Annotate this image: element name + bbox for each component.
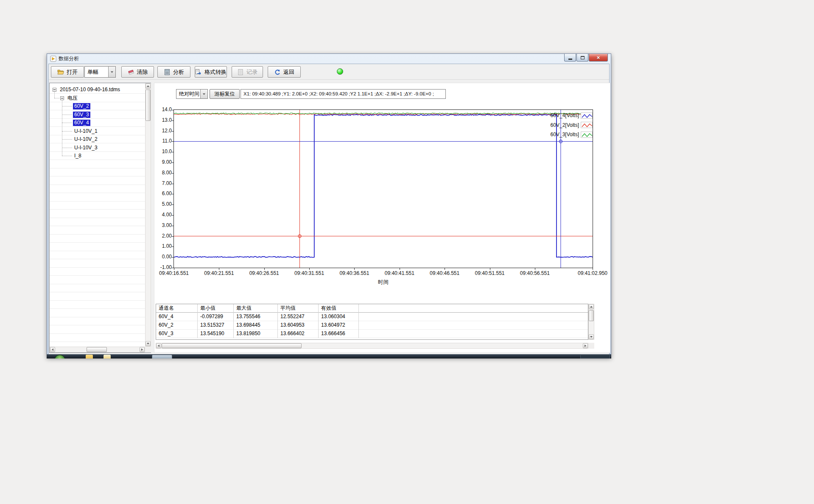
x-tick-label: 09:40:21.551 (200, 270, 238, 276)
scroll-right-button[interactable] (583, 343, 588, 348)
tree-collapse-icon[interactable] (53, 88, 56, 92)
tree-item-60V_3[interactable]: 60V_3 (50, 111, 145, 119)
y-tick-label: 3.00 (154, 222, 172, 228)
x-tick-label: 09:40:41.551 (381, 270, 418, 276)
scrollbar-thumb[interactable] (145, 90, 151, 121)
y-tick-mark (172, 141, 173, 142)
y-tick-label: 14.0 (154, 106, 172, 112)
cursor-readout-field[interactable]: X1: 09:40:30.489 ;Y1: 2.0E+0 ;X2: 09:40:… (241, 89, 446, 99)
scrollbar-corner (588, 343, 594, 349)
y-tick-mark (172, 257, 173, 258)
legend-item-60V_4[interactable]: 60V_4[Volts] (532, 111, 593, 120)
stats-col-header: 最小值 (198, 304, 234, 313)
tree-item-2015-07-10 09-40-16.tdms[interactable]: 2015-07-10 09-40-16.tdms (50, 86, 145, 94)
taskbar[interactable] (47, 354, 611, 358)
table-vertical-scrollbar[interactable] (588, 304, 594, 340)
tree-item-60V_4[interactable]: 60V_4 (50, 119, 145, 127)
chevron-down-icon[interactable] (200, 90, 207, 98)
x-tick-label: 09:40:31.551 (291, 270, 328, 276)
tree-horizontal-scrollbar[interactable] (50, 347, 145, 353)
stats-cell: -0.097289 (198, 313, 234, 321)
y-tick-mark (172, 173, 173, 174)
arrow-down-icon (147, 343, 149, 344)
time-mode-dropdown[interactable]: 绝对时间 (176, 89, 208, 99)
x-tick-label: 09:40:26.551 (246, 270, 283, 276)
taskbar-window-button[interactable] (152, 355, 172, 358)
scroll-left-button[interactable] (50, 347, 55, 352)
titlebar[interactable]: 数据分析 (47, 54, 611, 64)
stats-cell: 13.755546 (234, 313, 278, 321)
back-button[interactable]: 返回 (268, 66, 301, 78)
scroll-up-button[interactable] (145, 84, 151, 89)
series-60V_3 (174, 113, 593, 114)
y-tick-label: -1.00 (154, 264, 172, 270)
legend-line-sample-icon[interactable] (581, 122, 593, 128)
stats-cell: 13.515327 (198, 321, 234, 330)
arrow-down-icon (590, 336, 593, 338)
y-tick-label: 13.0 (154, 117, 172, 123)
scroll-up-button[interactable] (589, 304, 594, 309)
scrollbar-thumb[interactable] (87, 347, 107, 352)
table-row[interactable]: 60V_313.54519013.81985013.66640213.66645… (156, 330, 588, 338)
legend-item-60V_2[interactable]: 60V_2[Volts] (532, 120, 593, 130)
minimize-icon (568, 59, 572, 60)
tree-item-U-I-10V_1[interactable]: U-I-10V_1 (50, 127, 145, 135)
clear-button[interactable]: 清除 (121, 66, 154, 78)
back-label: 返回 (283, 68, 294, 76)
scroll-left-button[interactable] (156, 343, 161, 348)
clear-label: 清除 (137, 68, 148, 76)
legend-line-sample-icon[interactable] (581, 112, 593, 119)
stats-cell: 13.604953 (278, 321, 319, 330)
display-mode-dropdown[interactable]: 单幅 (84, 66, 116, 78)
y-tick-label: 10.0 (154, 148, 172, 154)
tree-vertical-scrollbar[interactable] (145, 83, 151, 347)
record-icon (237, 69, 244, 76)
close-button[interactable]: × (589, 54, 608, 62)
arrow-left-icon (158, 344, 159, 347)
tree-item-I_8[interactable]: I_8 (50, 152, 145, 160)
analyze-button[interactable]: 分析 (157, 66, 190, 78)
analysis-panel: 绝对时间 游标复位 X1: 09:40:30.489 ;Y1: 2.0E+0 ;… (154, 83, 610, 353)
legend-line-sample-icon[interactable] (581, 132, 593, 138)
chart-plot-area[interactable] (173, 109, 593, 268)
stats-col-header: 有效值 (319, 304, 359, 313)
tree-item-label: 60V_4 (73, 120, 90, 126)
cursor-reset-button[interactable]: 游标复位 (210, 89, 240, 99)
tree-item-U-I-10V_3[interactable]: U-I-10V_3 (50, 144, 145, 152)
taskbar-app-icon[interactable] (103, 355, 111, 358)
tree-item-60V_2[interactable]: 60V_2 (50, 102, 145, 110)
taskbar-folder-icon[interactable] (86, 355, 93, 358)
undo-arrow-icon (274, 69, 281, 76)
scroll-down-button[interactable] (145, 341, 151, 346)
table-row[interactable]: 60V_4-0.09728913.75554612.55224713.06030… (156, 313, 588, 321)
minimize-button[interactable] (564, 54, 576, 62)
y-tick-label: 2.00 (154, 233, 172, 239)
legend-item-60V_3[interactable]: 60V_3[Volts] (532, 130, 593, 140)
stats-cell: 13.545190 (198, 330, 234, 338)
open-button[interactable]: 打开 (51, 66, 84, 78)
y-tick-label: 1.00 (154, 243, 172, 249)
tree-collapse-icon[interactable] (60, 96, 64, 100)
chevron-down-icon[interactable] (108, 67, 115, 77)
taskbar-tray[interactable] (580, 355, 610, 358)
scrollbar-thumb[interactable] (162, 343, 302, 348)
channel-tree: 2015-07-10 09-40-16.tdms电压60V_260V_360V_… (50, 83, 145, 347)
scroll-down-button[interactable] (589, 334, 594, 339)
tree-item-U-I-10V_2[interactable]: U-I-10V_2 (50, 135, 145, 143)
scrollbar-thumb[interactable] (589, 310, 594, 321)
scroll-right-button[interactable] (140, 347, 145, 352)
table-horizontal-scrollbar[interactable] (156, 343, 588, 349)
start-button[interactable] (54, 355, 65, 358)
maximize-button[interactable] (576, 54, 588, 62)
stats-cell: 13.698445 (234, 321, 278, 330)
table-row[interactable]: 60V_213.51532713.69844513.60495313.60497… (156, 321, 588, 330)
close-icon: × (597, 54, 600, 61)
stats-table[interactable]: 通道名最小值最大值平均值有效值60V_4-0.09728913.75554612… (156, 304, 588, 340)
record-button[interactable]: 记录 (232, 66, 263, 78)
stats-cell: 13.666456 (319, 330, 359, 338)
calculator-icon (164, 69, 171, 76)
convert-button[interactable]: 格式转换 (195, 66, 227, 78)
y-tick-mark (172, 131, 173, 132)
tree-item-电压[interactable]: 电压 (50, 94, 145, 102)
plot-legend: 60V_4[Volts]60V_2[Volts]60V_3[Volts] (532, 111, 593, 140)
